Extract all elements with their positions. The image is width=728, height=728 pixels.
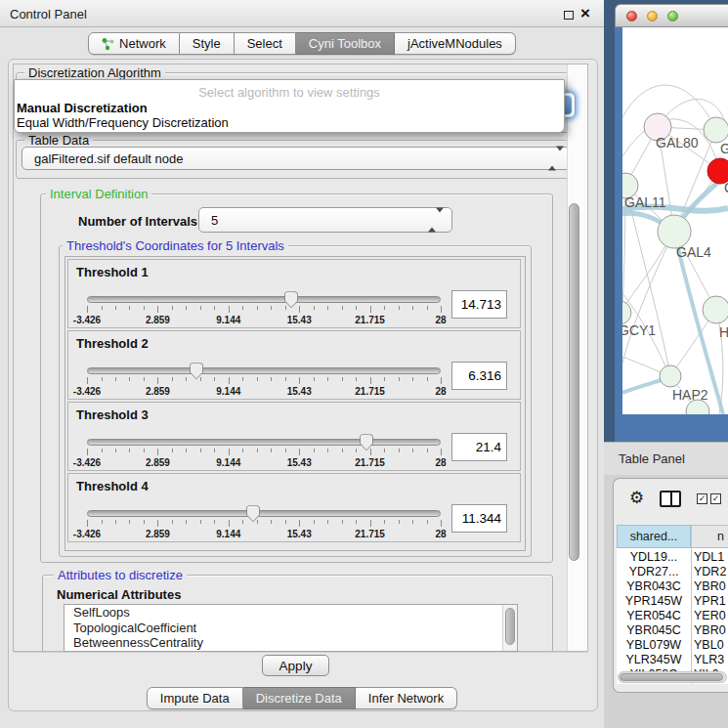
table-row[interactable]: YDL19...YDL1 — [617, 550, 728, 565]
tick-label: 9.144 — [209, 529, 248, 539]
attribute-list-item[interactable]: TopologicalCoefficient — [64, 621, 517, 636]
control-panel-tab-network[interactable]: Network — [88, 32, 180, 55]
tick-mark — [242, 306, 243, 310]
tick-mark — [157, 306, 158, 313]
tick-mark — [157, 377, 158, 384]
tick-mark — [285, 520, 286, 524]
cyni-tab-impute-data[interactable]: Impute Data — [147, 687, 243, 709]
scrollbar-thumb[interactable] — [620, 673, 723, 681]
tick-mark — [384, 520, 385, 524]
network-node-gal4[interactable] — [658, 215, 691, 248]
network-node-ga[interactable] — [704, 117, 728, 143]
tick-mark — [186, 520, 187, 524]
control-panel-tab-jactivemnodules[interactable]: jActiveMNodules — [395, 32, 516, 55]
number-of-intervals-combobox[interactable]: 5 — [198, 207, 452, 233]
close-traffic-light-icon[interactable] — [626, 11, 637, 21]
tick-mark — [285, 306, 286, 310]
scrollbar-thumb[interactable] — [505, 608, 515, 645]
threshold-slider-track[interactable] — [87, 296, 441, 303]
tick-mark — [257, 377, 258, 381]
control-panel-tab-label: Cyni Toolbox — [309, 33, 381, 54]
network-node-h[interactable] — [703, 296, 728, 323]
tick-mark — [271, 377, 272, 381]
tick-mark — [102, 377, 103, 381]
tick-mark — [314, 306, 315, 310]
network-canvas[interactable]: GAL80GACGAL11GAL4GCY1HHAP2 — [622, 27, 728, 414]
column-header-shared-name[interactable]: shared... — [617, 525, 691, 548]
threshold-value-field[interactable] — [451, 433, 507, 461]
tick-mark — [441, 520, 442, 527]
table-row[interactable]: YBR043CYBR0 — [617, 579, 728, 594]
threshold-value-field[interactable] — [451, 362, 507, 390]
apply-button[interactable]: Apply — [262, 655, 329, 676]
combobox-stepper-icon[interactable] — [548, 151, 564, 166]
checkbox-icon[interactable]: ✓ — [710, 493, 721, 504]
float-window-icon[interactable] — [564, 11, 574, 20]
network-node-hap2[interactable] — [660, 365, 681, 387]
attribute-list-item[interactable]: BetweennessCentrality — [64, 635, 517, 651]
table-row[interactable]: YBL079WYBL0 — [617, 638, 728, 653]
cell-name: YPR1 — [694, 594, 726, 608]
tick-mark — [144, 306, 145, 310]
control-panel-tab-select[interactable]: Select — [235, 32, 296, 55]
combobox-value: 5 — [211, 213, 218, 228]
tick-mark — [87, 377, 88, 384]
control-panel-titlebar: Control Panel × — [0, 0, 604, 27]
popup-item-equal-width-frequency[interactable]: Equal Width/Frequency Discretization — [17, 115, 229, 130]
checkbox-icon[interactable]: ✓ — [697, 493, 707, 504]
threshold-slider-track[interactable] — [87, 439, 441, 446]
table-row[interactable]: YPR145WYPR1 — [617, 594, 728, 609]
tick-mark — [370, 520, 371, 527]
tick-mark — [271, 306, 272, 310]
close-icon[interactable]: × — [580, 4, 590, 23]
control-panel-tab-style[interactable]: Style — [180, 32, 235, 55]
split-columns-icon[interactable] — [660, 491, 681, 507]
tick-label: 15.43 — [279, 386, 319, 397]
control-panel-tabbar: NetworkStyleSelectCyni ToolboxjActiveMNo… — [0, 32, 604, 56]
control-panel-tab-cyni-toolbox[interactable]: Cyni Toolbox — [296, 32, 395, 55]
table-horizontal-scrollbar[interactable] — [618, 671, 727, 683]
combobox-stepper-icon[interactable] — [428, 213, 444, 228]
table-row[interactable]: YLR345WYLR3 — [617, 653, 728, 667]
table-row[interactable]: YBR045CYBR0 — [617, 623, 728, 638]
group-title: Table Data — [24, 133, 93, 148]
network-node-gcy1[interactable] — [622, 301, 631, 324]
tick-mark — [356, 306, 357, 310]
tick-mark — [229, 377, 230, 384]
popup-item-manual-discretization[interactable]: Manual Discretization — [17, 101, 148, 115]
column-header-name[interactable]: n — [692, 525, 728, 548]
panel-scrollbar-thumb[interactable] — [569, 203, 579, 561]
threshold-label: Threshold 4 — [76, 479, 149, 493]
tick-mark — [412, 449, 413, 452]
tick-mark — [144, 377, 145, 381]
tick-mark — [285, 449, 286, 452]
network-node-label: C — [724, 180, 728, 195]
threshold-value-field[interactable] — [451, 290, 507, 319]
cell-name: YDL1 — [694, 550, 724, 564]
threshold-label: Threshold 3 — [76, 407, 149, 422]
tick-mark — [87, 520, 88, 527]
cyni-tab-infer-network[interactable]: Infer Network — [356, 687, 457, 709]
tick-mark — [115, 520, 116, 524]
cyni-tab-discretize-data[interactable]: Discretize Data — [243, 687, 356, 709]
slider-ticks — [87, 377, 441, 385]
attribute-list-item[interactable]: SelfLoops — [64, 605, 517, 621]
tick-label: 9.144 — [209, 386, 248, 397]
network-node-label: GCY1 — [622, 322, 656, 338]
gear-icon[interactable]: ⚙ — [629, 488, 644, 508]
list-scrollbar[interactable] — [502, 605, 517, 651]
tick-mark — [370, 377, 371, 384]
zoom-traffic-light-icon[interactable] — [667, 11, 678, 21]
table-row[interactable]: YDR27...YDR2 — [617, 565, 728, 579]
table-row[interactable]: YER054CYER0 — [617, 609, 728, 623]
minimize-traffic-light-icon[interactable] — [647, 11, 658, 21]
threshold-slider-track[interactable] — [87, 367, 441, 374]
network-window-titlebar[interactable] — [615, 4, 728, 27]
table-data-combobox[interactable]: galFiltered.sif default node — [21, 147, 573, 170]
cyni-mode-tabbar: Impute DataDiscretize DataInfer Network — [0, 687, 604, 710]
tick-mark — [271, 520, 272, 524]
threshold-slider-track[interactable] — [87, 510, 441, 517]
network-node-label: GAL4 — [676, 244, 711, 260]
tick-mark — [356, 520, 357, 524]
threshold-value-field[interactable] — [451, 504, 507, 533]
